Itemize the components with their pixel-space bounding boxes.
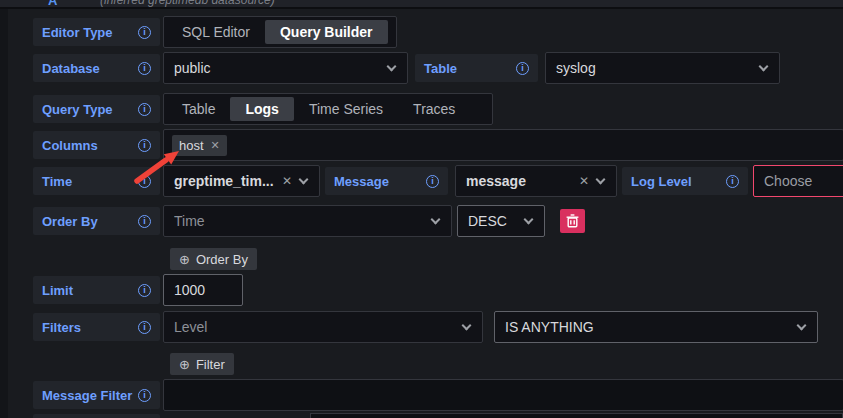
columns-multiselect[interactable]: host ✕ (163, 129, 843, 161)
query-ref-id: A (48, 0, 57, 8)
query-type-option-time-series[interactable]: Time Series (294, 97, 398, 121)
clear-selection-icon[interactable]: ✕ (579, 174, 589, 188)
next-row-field-partial (310, 413, 843, 418)
remove-order-by-button[interactable] (560, 209, 585, 233)
columns-label: Columns i (33, 131, 160, 159)
add-filter-button[interactable]: ⊕ Filter (170, 353, 234, 375)
info-icon[interactable]: i (426, 175, 439, 188)
editor-type-label: Editor Type i (33, 18, 160, 46)
clear-selection-icon[interactable]: ✕ (282, 174, 292, 188)
log-level-input[interactable] (754, 173, 843, 189)
message-filter-input[interactable] (164, 387, 843, 403)
query-type-label: Query Type i (33, 95, 160, 123)
info-icon[interactable]: i (138, 215, 151, 228)
datasource-note: (inferred greptimedb datasource) (100, 0, 275, 7)
limit-label: Limit i (33, 276, 160, 304)
order-by-label: Order By i (33, 207, 160, 235)
query-type-option-table[interactable]: Table (167, 97, 230, 121)
add-order-by-button[interactable]: ⊕ Order By (170, 248, 257, 270)
limit-field (163, 274, 243, 306)
chevron-down-icon (462, 320, 472, 330)
database-label: Database i (33, 54, 160, 82)
info-icon[interactable]: i (138, 284, 151, 297)
editor-type-option-sql-editor[interactable]: SQL Editor (167, 20, 265, 44)
message-column-select[interactable]: message ✕ (455, 165, 617, 197)
info-icon[interactable]: i (138, 26, 151, 39)
info-icon[interactable]: i (138, 103, 151, 116)
chevron-down-icon (797, 320, 807, 330)
database-select[interactable]: public (163, 52, 408, 84)
plus-circle-icon: ⊕ (179, 252, 190, 267)
info-icon[interactable]: i (138, 389, 151, 402)
chevron-down-icon (431, 214, 441, 224)
chevron-down-icon (387, 61, 397, 71)
limit-input[interactable] (164, 282, 242, 298)
filter-operator-select[interactable]: IS ANYTHING (494, 311, 818, 343)
editor-type-toggle: SQL Editor Query Builder (163, 16, 397, 48)
query-header: A (inferred greptimedb datasource) (0, 0, 843, 9)
filter-column-select[interactable]: Level (163, 311, 483, 343)
query-type-option-logs[interactable]: Logs (230, 97, 293, 121)
info-icon[interactable]: i (726, 175, 739, 188)
order-by-field-select[interactable]: Time (163, 205, 452, 237)
info-icon[interactable]: i (138, 321, 151, 334)
column-tag-host: host ✕ (172, 135, 227, 156)
next-row-label-partial (33, 414, 160, 418)
info-icon[interactable]: i (138, 175, 151, 188)
chevron-down-icon (524, 214, 534, 224)
message-label: Message i (325, 167, 448, 195)
panel-left-edge (0, 9, 8, 418)
info-icon[interactable]: i (138, 139, 151, 152)
time-column-select[interactable]: greptime_tim... ✕ (163, 165, 320, 197)
info-icon[interactable]: i (138, 62, 151, 75)
chevron-down-icon (299, 174, 309, 184)
info-icon[interactable]: i (516, 62, 529, 75)
chevron-down-icon (596, 174, 606, 184)
order-by-direction-select[interactable]: DESC (457, 205, 545, 237)
table-label: Table i (415, 54, 538, 82)
query-type-toggle: Table Logs Time Series Traces (163, 93, 493, 125)
filters-label: Filters i (33, 313, 160, 341)
trash-icon (566, 214, 579, 228)
query-editor-panel: A (inferred greptimedb datasource) Edito… (0, 0, 843, 418)
table-select[interactable]: syslog (545, 52, 780, 84)
log-level-select[interactable] (753, 165, 843, 197)
query-type-option-traces[interactable]: Traces (398, 97, 470, 121)
plus-circle-icon: ⊕ (179, 357, 190, 372)
time-label: Time i (33, 167, 160, 195)
remove-tag-icon[interactable]: ✕ (211, 139, 220, 152)
log-level-label: Log Level i (622, 167, 748, 195)
message-filter-label: Message Filter i (33, 381, 160, 409)
chevron-down-icon (759, 61, 769, 71)
message-filter-field (163, 379, 843, 411)
editor-type-option-query-builder[interactable]: Query Builder (265, 20, 388, 44)
